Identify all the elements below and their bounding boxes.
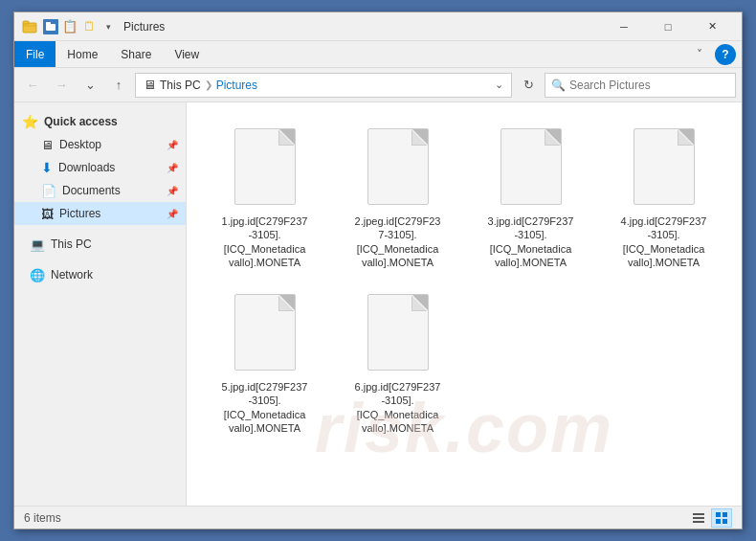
sidebar-item-downloads[interactable]: ⬇ Downloads 📌: [14, 156, 186, 179]
menubar-right: ˅ ?: [688, 43, 742, 66]
minimize-button[interactable]: ─: [602, 12, 646, 41]
svg-rect-4: [693, 513, 704, 515]
sidebar-label-network: Network: [51, 268, 178, 282]
pin-icon-pictures: 📌: [167, 209, 178, 219]
file-item-file1[interactable]: 1.jpg.id[C279F237-3105].[ICQ_Monetadicav…: [202, 118, 327, 276]
file-page-file3: [500, 128, 562, 205]
titlebar-controls: ─ □ ✕: [602, 12, 734, 41]
search-input[interactable]: [569, 79, 729, 92]
file-icon-file2: [365, 124, 432, 209]
file-item-file4[interactable]: 4.jpg.id[C279F237-3105].[ICQ_Monetadicav…: [601, 118, 726, 276]
forward-button[interactable]: →: [49, 73, 74, 98]
recent-locations-button[interactable]: ⌄: [78, 73, 102, 98]
sidebar-item-documents[interactable]: 📄 Documents 📌: [14, 179, 186, 202]
sidebar: ⭐ Quick access 🖥 Desktop 📌 ⬇ Downloads 📌…: [14, 102, 187, 506]
view-controls: [688, 508, 732, 528]
address-separator: ❯: [205, 79, 212, 90]
documents-icon: 📄: [41, 184, 56, 198]
sidebar-label-pictures: Pictures: [59, 207, 161, 220]
menu-share[interactable]: Share: [109, 41, 163, 67]
file-icon-file3: [498, 124, 565, 209]
menu-view[interactable]: View: [163, 41, 211, 67]
menu-home[interactable]: Home: [56, 41, 109, 67]
svg-rect-0: [23, 23, 36, 33]
svg-rect-2: [46, 24, 56, 31]
file-name-file1: 1.jpg.id[C279F237-3105].[ICQ_Monetadicav…: [222, 214, 308, 269]
sidebar-label-thispc: This PC: [51, 237, 178, 251]
qa-icon-1: [43, 19, 58, 34]
explorer-window: 📋 🗒 ▾ Pictures ─ □ ✕ File Home Share Vie…: [13, 11, 743, 530]
help-button[interactable]: ?: [715, 44, 736, 65]
network-icon: 🌐: [30, 268, 45, 282]
file-icon-file1: [232, 124, 299, 209]
pin-icon-desktop: 📌: [167, 140, 178, 150]
search-icon: 🔍: [551, 79, 566, 92]
large-icon-view-button[interactable]: [711, 508, 732, 528]
qa-dropdown-arrow[interactable]: ▾: [100, 19, 116, 34]
window-icon: [22, 19, 37, 34]
pin-icon-downloads: 📌: [167, 163, 178, 173]
svg-rect-3: [46, 22, 51, 25]
desktop-icon: 🖥: [41, 138, 54, 152]
qa-icon-3: 🗒: [81, 19, 97, 34]
file-page-file6: [367, 294, 429, 371]
titlebar: 📋 🗒 ▾ Pictures ─ □ ✕: [14, 12, 742, 41]
svg-rect-8: [723, 512, 727, 517]
file-item-file6[interactable]: 6.jpg.id[C279F237-3105].[ICQ_Monetadicav…: [335, 283, 460, 441]
file-name-file2: 2.jpeg.id[C279F237-3105].[ICQ_Monetadica…: [355, 214, 441, 269]
search-box[interactable]: 🔍: [545, 73, 736, 98]
file-page-file2: [367, 128, 429, 205]
address-part-pictures: Pictures: [216, 79, 257, 92]
window-title: Pictures: [123, 20, 602, 34]
address-bar[interactable]: 🖥 This PC ❯ Pictures ⌄: [135, 73, 512, 98]
quick-access-toolbar: 📋 🗒 ▾: [43, 19, 116, 34]
sidebar-label-desktop: Desktop: [59, 138, 161, 151]
sidebar-item-thispc[interactable]: 💻 This PC: [14, 233, 186, 256]
quick-access-icon: ⭐: [22, 114, 38, 129]
svg-rect-9: [716, 519, 721, 524]
file-icon-file4: [631, 124, 698, 209]
close-button[interactable]: ✕: [690, 12, 734, 41]
file-icon-file5: [232, 290, 299, 374]
statusbar: 6 items: [14, 506, 742, 529]
file-item-file5[interactable]: 5.jpg.id[C279F237-3105].[ICQ_Monetadicav…: [202, 283, 327, 441]
sidebar-spacer-1: [14, 225, 186, 233]
back-button[interactable]: ←: [20, 73, 45, 98]
menu-file[interactable]: File: [14, 41, 56, 67]
downloads-icon: ⬇: [41, 160, 53, 175]
file-name-file4: 4.jpg.id[C279F237-3105].[ICQ_Monetadicav…: [621, 214, 707, 269]
pictures-icon: 🖼: [41, 207, 54, 221]
svg-rect-1: [23, 21, 29, 24]
sidebar-item-pictures[interactable]: 🖼 Pictures 📌: [14, 202, 186, 225]
content-area: ⭐ Quick access 🖥 Desktop 📌 ⬇ Downloads 📌…: [14, 102, 742, 506]
address-dropdown-icon[interactable]: ⌄: [495, 79, 503, 91]
svg-rect-10: [723, 519, 727, 524]
ribbon-collapse-button[interactable]: ˅: [688, 43, 711, 66]
addressbar: ← → ⌄ ↑ 🖥 This PC ❯ Pictures ⌄ ↻ 🔍: [14, 68, 742, 102]
file-item-file2[interactable]: 2.jpeg.id[C279F237-3105].[ICQ_Monetadica…: [335, 118, 460, 276]
svg-rect-7: [716, 512, 721, 517]
menubar: File Home Share View ˅ ?: [14, 41, 742, 68]
thispc-icon: 💻: [30, 237, 45, 252]
sidebar-item-quick-access[interactable]: ⭐ Quick access: [14, 110, 186, 133]
sidebar-item-network[interactable]: 🌐 Network: [14, 263, 186, 286]
file-page-file4: [634, 128, 695, 205]
svg-rect-5: [693, 517, 704, 519]
svg-rect-6: [693, 521, 704, 523]
pin-icon-documents: 📌: [167, 186, 178, 196]
file-page-file1: [234, 128, 296, 205]
sidebar-label-quick-access: Quick access: [44, 115, 178, 128]
up-button[interactable]: ↑: [106, 73, 131, 98]
main-content: risk.com 1.jpg.id[C279F237-3105].[ICQ_Mo…: [187, 102, 742, 506]
maximize-button[interactable]: □: [646, 12, 690, 41]
sidebar-item-desktop[interactable]: 🖥 Desktop 📌: [14, 133, 186, 156]
files-grid: 1.jpg.id[C279F237-3105].[ICQ_Monetadicav…: [198, 114, 730, 445]
file-icon-file6: [365, 290, 432, 374]
list-view-button[interactable]: [688, 508, 709, 528]
item-count: 6 items: [24, 511, 61, 525]
address-part-thispc: This PC: [160, 79, 201, 92]
sidebar-spacer-2: [14, 256, 186, 263]
file-item-file3[interactable]: 3.jpg.id[C279F237-3105].[ICQ_Monetadicav…: [468, 118, 593, 276]
file-page-file5: [234, 294, 296, 371]
refresh-button[interactable]: ↻: [516, 73, 541, 98]
